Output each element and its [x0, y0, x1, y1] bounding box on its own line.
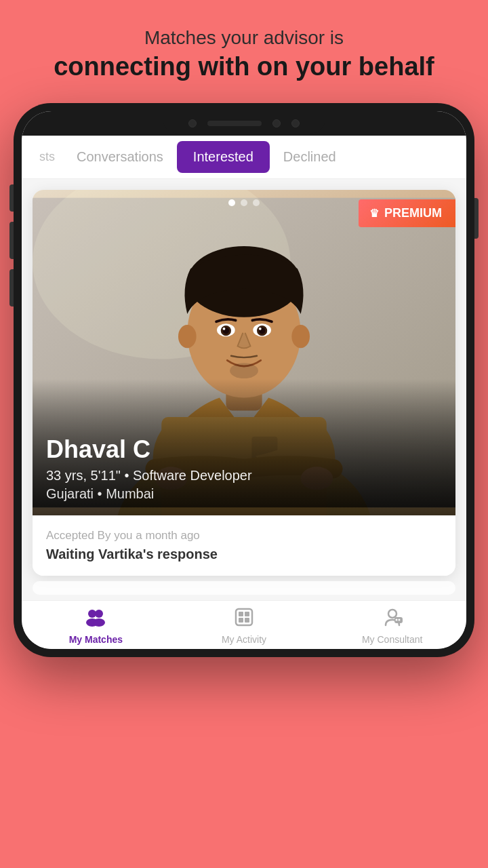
bottom-nav: My Matches My Activity — [22, 600, 466, 649]
nav-my-matches[interactable]: My Matches — [22, 608, 170, 645]
accepted-text: Accepted By you a month ago — [46, 529, 442, 542]
tab-interested[interactable]: Interested — [177, 141, 270, 173]
phone-screen: sts Conversations Interested Declined — [22, 111, 466, 649]
svg-rect-28 — [245, 612, 249, 616]
dots-indicator — [228, 199, 260, 206]
banner-subtitle: Matches your advisor is — [27, 27, 461, 49]
premium-badge: ♛ PREMIUM — [359, 199, 455, 227]
my-activity-label: My Activity — [222, 634, 266, 645]
tabs-container: sts Conversations Interested Declined — [22, 136, 466, 179]
my-consultant-icon — [382, 608, 403, 631]
sensor — [291, 119, 300, 127]
svg-point-33 — [395, 618, 397, 620]
person-location: Gujarati • Mumbai — [46, 486, 252, 502]
waiting-text: Waiting Vartika's response — [46, 547, 442, 562]
person-details: 33 yrs, 5'11" • Software Developer — [46, 468, 252, 484]
person-name: Dhaval C — [46, 435, 252, 464]
svg-rect-27 — [239, 612, 243, 616]
person-info: Dhaval C 33 yrs, 5'11" • Software Develo… — [46, 435, 252, 502]
svg-point-31 — [388, 610, 396, 618]
svg-point-23 — [95, 610, 103, 618]
svg-rect-30 — [245, 618, 249, 623]
phone-notch — [22, 111, 466, 136]
banner-title: connecting with on your behalf — [27, 52, 461, 83]
tab-requests[interactable]: sts — [28, 138, 66, 176]
dot-1 — [228, 199, 235, 206]
profile-card[interactable]: ♛ PREMIUM — [33, 190, 455, 576]
crown-icon: ♛ — [369, 207, 379, 220]
phone-frame: sts Conversations Interested Declined — [14, 103, 474, 657]
my-matches-icon — [85, 608, 106, 631]
svg-point-18 — [230, 363, 258, 378]
nav-my-activity[interactable]: My Activity — [170, 608, 319, 645]
premium-label: PREMIUM — [384, 206, 442, 220]
top-banner: Matches your advisor is connecting with … — [0, 0, 488, 103]
dot-2 — [241, 199, 247, 206]
svg-rect-29 — [239, 618, 243, 623]
card-footer: Accepted By you a month ago Waiting Vart… — [33, 515, 455, 576]
svg-point-17 — [259, 327, 262, 330]
my-consultant-label: My Consultant — [362, 634, 422, 645]
svg-point-9 — [291, 325, 310, 348]
camera-right — [272, 119, 281, 127]
svg-point-34 — [398, 618, 400, 620]
speaker — [207, 121, 262, 126]
tab-conversations[interactable]: Conversations — [66, 137, 174, 177]
my-activity-icon — [235, 608, 253, 631]
svg-point-13 — [223, 327, 226, 330]
tab-declined[interactable]: Declined — [272, 137, 347, 177]
nav-my-consultant[interactable]: My Consultant — [318, 608, 466, 645]
dot-3 — [253, 199, 260, 206]
svg-rect-26 — [236, 609, 252, 625]
svg-point-25 — [93, 618, 105, 627]
card-image-container: ♛ PREMIUM — [33, 190, 455, 515]
camera-left — [188, 119, 197, 127]
svg-point-8 — [178, 325, 197, 348]
my-matches-label: My Matches — [69, 634, 123, 645]
card-area: ♛ PREMIUM — [22, 179, 466, 600]
next-card-preview — [33, 581, 455, 595]
